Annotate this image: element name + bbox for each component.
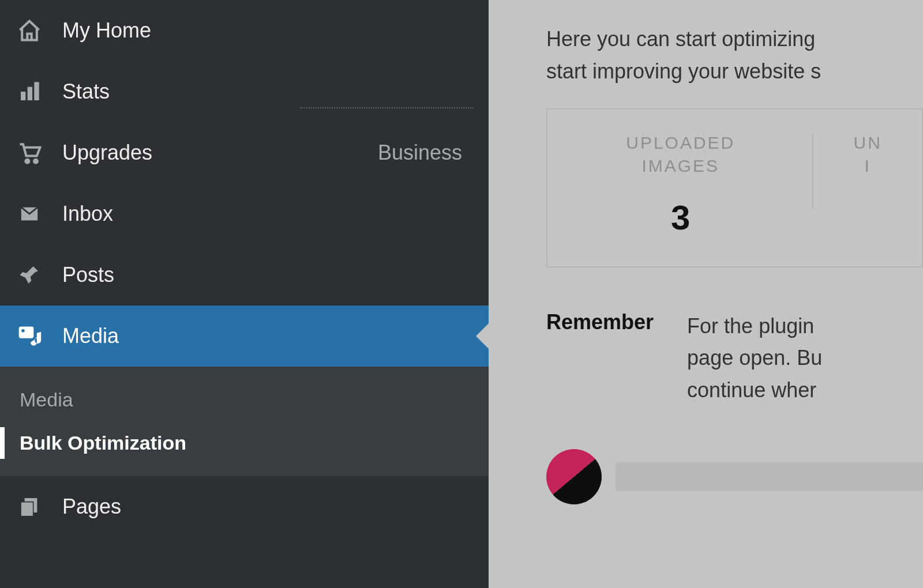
pages-icon xyxy=(15,492,44,521)
sidebar-item-label: My Home xyxy=(62,18,474,43)
stat-unoptimized: UN I xyxy=(813,127,922,238)
pin-icon xyxy=(15,261,44,289)
sidebar-item-stats[interactable]: Stats xyxy=(0,61,489,122)
admin-sidebar: My Home Stats Upgrades Business Inbox Po… xyxy=(0,0,489,588)
stats-icon xyxy=(15,77,44,106)
sidebar-item-label: Stats xyxy=(62,80,474,104)
svg-point-3 xyxy=(25,160,29,163)
stat-label: UN I xyxy=(825,131,910,178)
progress-bar xyxy=(616,462,923,491)
home-icon xyxy=(15,16,44,45)
stat-label: UPLOADED IMAGES xyxy=(559,131,802,178)
intro-line: start improving your website s xyxy=(546,59,821,83)
sidebar-item-label: Media xyxy=(62,324,474,348)
sidebar-item-label: Inbox xyxy=(62,202,474,226)
media-icon xyxy=(15,322,44,350)
cart-icon xyxy=(15,138,44,167)
sidebar-item-pages[interactable]: Pages xyxy=(0,476,489,537)
stat-value: 3 xyxy=(559,198,802,238)
intro-line: Here you can start optimizing xyxy=(546,27,815,51)
sidebar-item-label: Upgrades xyxy=(62,141,378,165)
svg-point-6 xyxy=(21,329,25,333)
subnav-header-media[interactable]: Media xyxy=(0,378,489,421)
svg-rect-5 xyxy=(19,327,34,338)
svg-rect-8 xyxy=(21,502,33,517)
svg-rect-1 xyxy=(28,87,32,100)
svg-point-4 xyxy=(34,160,37,163)
sidebar-item-inbox[interactable]: Inbox xyxy=(0,183,489,244)
remember-text: For the plugin page open. Bu continue wh… xyxy=(687,310,822,406)
sidebar-item-posts[interactable]: Posts xyxy=(0,244,489,306)
main-content: Here you can start optimizing start impr… xyxy=(489,0,923,588)
sidebar-item-upgrades[interactable]: Upgrades Business xyxy=(0,122,489,183)
svg-rect-2 xyxy=(34,82,39,100)
remember-label: Remember xyxy=(546,310,654,406)
sidebar-item-label: Pages xyxy=(62,495,474,519)
plan-badge: Business xyxy=(378,141,462,165)
svg-rect-0 xyxy=(21,92,25,100)
sidebar-item-label: Posts xyxy=(62,263,474,287)
stat-uploaded-images: UPLOADED IMAGES 3 xyxy=(547,127,813,238)
progress-pie-icon xyxy=(546,449,602,504)
subnav-item-bulk-optimization[interactable]: Bulk Optimization xyxy=(0,421,489,465)
media-submenu: Media Bulk Optimization xyxy=(0,367,489,476)
sidebar-item-media[interactable]: Media xyxy=(0,306,489,367)
envelope-icon xyxy=(15,199,44,228)
stats-card: UPLOADED IMAGES 3 UN I xyxy=(546,108,923,267)
remember-note: Remember For the plugin page open. Bu co… xyxy=(546,310,923,406)
intro-text: Here you can start optimizing start impr… xyxy=(546,23,923,88)
progress-row xyxy=(546,449,923,504)
sidebar-item-my-home[interactable]: My Home xyxy=(0,0,489,61)
